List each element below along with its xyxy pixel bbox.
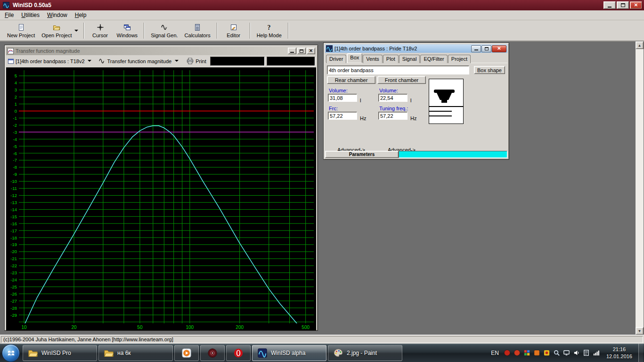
plot-window-titlebar[interactable]: Transfer function magnitude ✕ [6, 47, 316, 55]
project-selector[interactable]: [1]4th order bandpass : T18v2 [16, 58, 85, 64]
menu-item-window[interactable]: Window [43, 11, 71, 19]
system-tray: EN 21:16 12.01.2016 [489, 344, 644, 362]
field-input[interactable] [328, 94, 357, 102]
plot-window-title: Transfer function magnitude [16, 48, 80, 54]
language-indicator[interactable]: EN [489, 350, 500, 356]
box-window-titlebar[interactable]: [1]4th order bandpass : Pride T18v2 ✕ [325, 44, 507, 53]
tab-eq-filter[interactable]: EQ/Filter [420, 55, 447, 63]
svg-text:-16: -16 [10, 221, 17, 226]
signal-gen-button[interactable]: Signal Gen. [147, 21, 181, 40]
parameters-button[interactable]: Parameters [325, 151, 399, 158]
plot-close-button[interactable]: ✕ [307, 48, 315, 54]
tab-plot[interactable]: Plot [383, 55, 399, 63]
plot-type-selector[interactable]: Transfer function magnitude [107, 58, 172, 64]
tray-icon-magnifier[interactable] [553, 349, 561, 357]
taskbar-buttons: WinISD Proна 6кWinISD alpha2.jpg - Paint [23, 344, 402, 362]
tab-box[interactable]: Box [347, 53, 362, 63]
start-button[interactable] [2, 344, 20, 362]
clock-date: 12.01.2016 [606, 353, 632, 360]
menu-item-file[interactable]: File [1, 11, 17, 19]
project-selector-dropdown-icon[interactable] [86, 57, 93, 66]
svg-text:-10: -10 [10, 179, 17, 184]
plot-maximize-button[interactable] [297, 48, 306, 54]
open-project-button[interactable]: Open Project [38, 21, 75, 40]
taskbar-clock[interactable]: 21:16 12.01.2016 [603, 346, 635, 360]
svg-text:-26: -26 [10, 291, 17, 296]
tray-icon-speaker[interactable] [573, 349, 580, 357]
plot-type-dropdown-icon[interactable] [173, 57, 180, 66]
plot-minimize-button[interactable] [288, 48, 296, 54]
project-selector-icon [7, 58, 14, 65]
chamber-tab[interactable]: Rear chamber [327, 76, 375, 84]
tab-project[interactable]: Project [448, 55, 471, 63]
taskbar-button[interactable]: WinISD alpha [252, 345, 326, 361]
tab-vents[interactable]: Vents [363, 55, 383, 63]
app-close-button[interactable]: ✕ [630, 1, 642, 9]
print-icon [187, 58, 194, 65]
scroll-up-button[interactable]: ▲ [636, 41, 644, 49]
folder-icon [104, 348, 114, 358]
field-input[interactable] [378, 112, 408, 120]
transfer-function-chart[interactable]: 543210-1-2-3-4-5-6-7-8-9-10-11-12-13-14-… [6, 67, 316, 330]
field-input[interactable] [378, 94, 408, 102]
taskbar-button[interactable]: 2.jpg - Paint [328, 345, 402, 361]
menu-item-help[interactable]: Help [71, 11, 90, 19]
chamber-tab[interactable]: Front chamber [377, 76, 426, 84]
scroll-down-button[interactable]: ▼ [636, 327, 644, 335]
taskbar-button[interactable] [174, 345, 199, 361]
chamber-panels: Rear chamberVolume:lFrc:HzAdvanced->Fron… [327, 76, 426, 153]
box-minimize-button[interactable] [471, 45, 481, 52]
help-mode-button[interactable]: ?Help Mode [253, 21, 285, 40]
app-maximize-button[interactable] [617, 1, 629, 9]
folder-icon [28, 348, 38, 358]
svg-text:2: 2 [15, 94, 17, 99]
taskbar-button[interactable]: на 6к [98, 345, 173, 361]
svg-text:-15: -15 [10, 214, 17, 219]
tab-driver[interactable]: Driver [326, 55, 346, 63]
app-minimize-button[interactable] [603, 1, 616, 9]
menu-bar: FileUtilitiesWindowHelp [0, 10, 644, 20]
tray-icon-clipboard[interactable] [583, 349, 590, 357]
tray-icon-grid[interactable] [523, 349, 531, 357]
open-project-dropdown[interactable] [73, 22, 80, 40]
new-project-button[interactable]: New Project [4, 21, 38, 40]
box-close-button[interactable]: ✕ [492, 45, 506, 52]
svg-text:50: 50 [137, 325, 143, 330]
tray-icon-circle[interactable] [504, 349, 511, 357]
mdi-vertical-scrollbar[interactable]: ▲ ▼ [636, 41, 644, 335]
calculators-icon [193, 23, 202, 32]
box-shape-button[interactable]: Box shape [474, 66, 505, 74]
unit-label: l [410, 98, 411, 103]
editor-button[interactable]: Editor [220, 21, 247, 40]
toolbar-separator [288, 23, 289, 39]
svg-text:-6: -6 [13, 151, 17, 156]
calculators-button[interactable]: Calculators [181, 21, 214, 40]
field-input[interactable] [328, 112, 357, 120]
tab-signal[interactable]: Signal [399, 55, 420, 63]
tray-icon-square[interactable] [533, 349, 541, 357]
box-type-field[interactable] [327, 66, 469, 74]
cursor-button[interactable]: Cursor [87, 21, 114, 40]
scrollbar-track[interactable] [636, 49, 644, 327]
tray-icon-bars[interactable] [593, 349, 600, 357]
tray-icon-monitor[interactable] [563, 349, 571, 357]
show-desktop-button[interactable] [638, 344, 643, 362]
field-label: Frc: [329, 106, 375, 111]
taskbar-button[interactable] [226, 345, 251, 361]
windows-button[interactable]: Windows [114, 21, 141, 40]
media-player-icon [181, 348, 192, 358]
windows-icon [123, 23, 131, 32]
box-window-tabs: DriverBoxVentsPlotSignalEQ/FilterProject [326, 53, 471, 63]
print-button[interactable]: Print [184, 57, 209, 66]
tray-icon-circle[interactable] [514, 349, 521, 357]
menu-item-utilities[interactable]: Utilities [17, 11, 43, 19]
svg-text:10: 10 [22, 325, 27, 330]
tray-icon-badge[interactable] [543, 349, 551, 357]
taskbar-button[interactable]: WinISD Pro [23, 345, 97, 361]
status-bar: (c)1996-2004 Juha Hartikainen, Janne Aho… [0, 335, 644, 344]
svg-text:-28: -28 [10, 305, 17, 311]
taskbar-button[interactable] [200, 345, 225, 361]
app-titlebar[interactable]: WinISD 0.50a5 ✕ [0, 0, 644, 10]
box-maximize-button[interactable] [481, 45, 491, 52]
plot-type-icon [98, 58, 106, 65]
